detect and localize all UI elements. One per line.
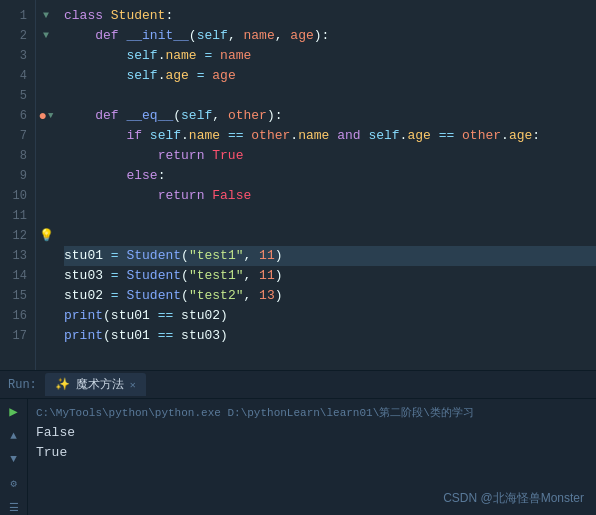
code-line: stu01 = Student("test1", 11) xyxy=(64,246,596,266)
token-plain xyxy=(454,128,462,143)
gutter-icon xyxy=(36,306,56,326)
token-plain xyxy=(103,248,111,263)
code-line: return True xyxy=(64,146,596,166)
code-line: def __eq__(self, other): xyxy=(64,106,596,126)
close-icon[interactable]: ✕ xyxy=(130,379,136,391)
token-plain: ( xyxy=(181,268,189,283)
code-line xyxy=(64,206,596,226)
token-plain xyxy=(64,68,126,83)
gutter-icon xyxy=(36,86,56,106)
token-plain: ( xyxy=(103,328,111,343)
token-self-kw: self xyxy=(368,128,399,143)
dot-icon: ● xyxy=(39,106,47,126)
token-param: age xyxy=(212,68,235,83)
token-kw: and xyxy=(337,128,360,143)
token-builtin: Student xyxy=(126,268,181,283)
run-tab[interactable]: ✨ 魔术方法 ✕ xyxy=(45,373,146,396)
token-op: = xyxy=(111,248,119,263)
up-button[interactable]: ▲ xyxy=(4,427,24,445)
output-line: True xyxy=(36,443,588,463)
token-plain: , xyxy=(228,28,244,43)
token-var: stu01 xyxy=(111,308,150,323)
token-name-attr: age xyxy=(509,128,532,143)
token-bool-val: False xyxy=(212,188,251,203)
token-var: stu02 xyxy=(64,288,103,303)
token-plain xyxy=(103,288,111,303)
token-param: name xyxy=(244,28,275,43)
code-area[interactable]: class Student: def __init__(self, name, … xyxy=(56,0,596,370)
token-plain xyxy=(189,68,197,83)
line-number: 4 xyxy=(0,66,27,86)
code-line: else: xyxy=(64,166,596,186)
line-number: 6 xyxy=(0,106,27,126)
token-builtin: Student xyxy=(126,288,181,303)
code-line: self.age = age xyxy=(64,66,596,86)
line-number: 13 xyxy=(0,246,27,266)
token-plain: : xyxy=(158,168,166,183)
token-plain: , xyxy=(243,248,259,263)
token-eq-op: == xyxy=(158,328,174,343)
settings-button[interactable]: ⚙ xyxy=(4,474,24,492)
down-button[interactable]: ▼ xyxy=(4,451,24,469)
line-number: 1 xyxy=(0,6,27,26)
line-number: 10 xyxy=(0,186,27,206)
token-self-kw: self xyxy=(126,68,157,83)
token-num: 11 xyxy=(259,268,275,283)
token-plain: . xyxy=(290,128,298,143)
token-plain: ) xyxy=(275,268,283,283)
token-plain: , xyxy=(243,288,259,303)
token-builtin: print xyxy=(64,328,103,343)
gutter-icon xyxy=(36,126,56,146)
code-line xyxy=(64,86,596,106)
token-plain: ) xyxy=(220,308,228,323)
gutter-icon xyxy=(36,266,56,286)
token-var: stu03 xyxy=(181,328,220,343)
gutter-icon xyxy=(36,186,56,206)
gutter-icon: ▼ xyxy=(36,6,56,26)
code-line: stu02 = Student("test2", 13) xyxy=(64,286,596,306)
token-plain: : xyxy=(532,128,540,143)
code-line xyxy=(64,226,596,246)
token-plain: . xyxy=(501,128,509,143)
token-builtin: print xyxy=(64,308,103,323)
token-param: name xyxy=(220,48,251,63)
line-number: 17 xyxy=(0,326,27,346)
token-plain: ( xyxy=(181,248,189,263)
line-numbers: 1234567891011121314151617 xyxy=(0,0,36,370)
gutter-icon: 💡 xyxy=(36,226,56,246)
fold-icon: ▼ xyxy=(43,26,49,46)
list-button[interactable]: ☰ xyxy=(4,498,24,515)
token-eq-op: == xyxy=(228,128,244,143)
token-self-kw: self xyxy=(126,48,157,63)
token-plain xyxy=(220,128,228,143)
gutter-icon xyxy=(36,326,56,346)
token-param: other xyxy=(462,128,501,143)
gutter-icon: ●▼ xyxy=(36,106,56,126)
gutter-icon xyxy=(36,66,56,86)
line-number: 9 xyxy=(0,166,27,186)
editor-container: 1234567891011121314151617 ▼▼●▼💡 class St… xyxy=(0,0,596,370)
token-kw: def xyxy=(95,28,126,43)
code-line: def __init__(self, name, age): xyxy=(64,26,596,46)
token-plain xyxy=(329,128,337,143)
gutter-icon xyxy=(36,246,56,266)
line-number: 11 xyxy=(0,206,27,226)
token-plain xyxy=(64,148,158,163)
gutter-icon: ▼ xyxy=(36,26,56,46)
token-plain xyxy=(150,308,158,323)
line-number: 5 xyxy=(0,86,27,106)
token-plain: ( xyxy=(189,28,197,43)
gutter-icon xyxy=(36,286,56,306)
token-self-kw: self xyxy=(181,108,212,123)
token-name-attr: name xyxy=(298,128,329,143)
token-plain: ( xyxy=(173,108,181,123)
code-line: self.name = name xyxy=(64,46,596,66)
code-line: print(stu01 == stu03) xyxy=(64,326,596,346)
play-button[interactable]: ▶ xyxy=(4,403,24,421)
token-str: "test1" xyxy=(189,248,244,263)
fold-icon: ▼ xyxy=(48,106,53,126)
token-plain xyxy=(64,48,126,63)
token-var: stu03 xyxy=(64,268,103,283)
token-plain: ) xyxy=(275,248,283,263)
token-eq-op: == xyxy=(439,128,455,143)
